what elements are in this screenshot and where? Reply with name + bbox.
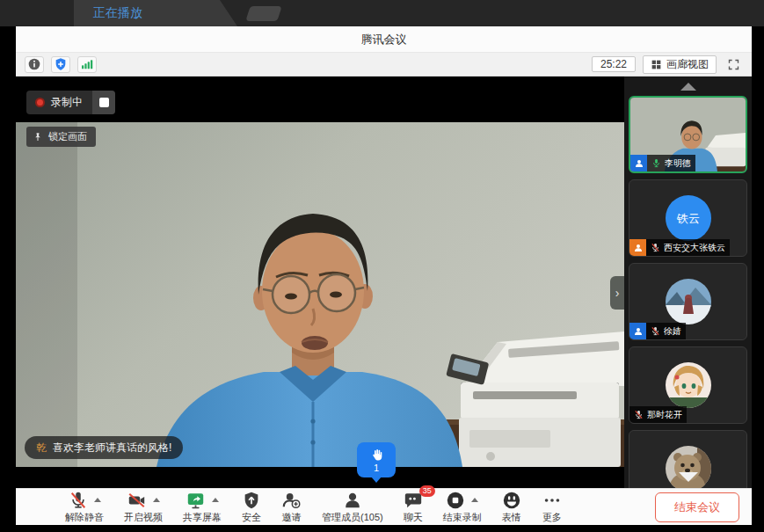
camera-off-icon bbox=[127, 491, 147, 510]
participants-sidebar: 李明德 铁云 bbox=[624, 77, 752, 488]
meeting-timer: 25:22 bbox=[592, 56, 636, 72]
role-badge-cohost bbox=[629, 239, 646, 256]
security-status-button[interactable] bbox=[51, 56, 70, 73]
chat-message-overlay: 乾 喜欢李老师讲真话的风格! bbox=[25, 436, 183, 459]
more-button[interactable]: 更多 bbox=[542, 490, 563, 524]
stop-recording-button[interactable] bbox=[91, 91, 115, 114]
camera-options-arrow[interactable] bbox=[153, 498, 160, 502]
person-icon bbox=[633, 326, 644, 337]
recording-options-arrow[interactable] bbox=[471, 498, 478, 502]
meeting-top-toolbar: 25:22 画廊视图 bbox=[16, 53, 752, 77]
recording-indicator: 录制中 bbox=[26, 91, 115, 114]
meeting-content: 录制中 锁定画面 乾 喜欢李老师讲真话的风格! bbox=[16, 77, 752, 488]
participant-footer: 西安交大张铁云 bbox=[629, 239, 730, 256]
scroll-up-button[interactable] bbox=[629, 77, 747, 96]
os-taskbar: 正在播放 bbox=[0, 0, 764, 26]
recording-label: 录制中 bbox=[51, 95, 83, 110]
participant-name: 那时花开 bbox=[647, 409, 682, 421]
unmute-button[interactable]: 解除静音 bbox=[65, 490, 104, 524]
gallery-view-label: 画廊视图 bbox=[666, 57, 709, 72]
participant-name-strip: 李明德 bbox=[647, 155, 695, 171]
end-recording-label: 结束录制 bbox=[443, 511, 482, 524]
start-video-button[interactable]: 开启视频 bbox=[124, 490, 163, 524]
chat-sender: 乾 bbox=[36, 441, 47, 455]
chat-label: 聊天 bbox=[404, 511, 423, 524]
mic-muted-icon bbox=[651, 326, 660, 336]
invite-label: 邀请 bbox=[282, 511, 302, 524]
participant-name-strip: 西安交大张铁云 bbox=[646, 239, 730, 256]
avatar-initials-text: 铁云 bbox=[676, 212, 700, 225]
members-icon bbox=[343, 491, 362, 510]
emoji-button[interactable]: 表情 bbox=[502, 490, 521, 524]
info-icon bbox=[27, 57, 41, 71]
more-label: 更多 bbox=[542, 511, 562, 524]
mic-on-icon bbox=[651, 158, 661, 168]
playing-tab[interactable]: 正在播放 bbox=[74, 0, 237, 26]
pin-view-button[interactable]: 锁定画面 bbox=[26, 127, 96, 147]
emoji-smiley-icon bbox=[502, 491, 521, 510]
pin-view-label: 锁定画面 bbox=[48, 130, 87, 143]
grid-layout-icon bbox=[651, 59, 662, 70]
avatar-anime bbox=[666, 362, 711, 408]
participant-tile[interactable]: 李明德 bbox=[629, 96, 747, 173]
stop-icon bbox=[99, 98, 109, 107]
share-options-arrow[interactable] bbox=[212, 498, 219, 502]
participant-tile[interactable]: 铁云 bbox=[629, 179, 747, 257]
participant-name-strip: 徐婧 bbox=[646, 323, 686, 339]
stop-recording-icon bbox=[446, 491, 465, 510]
participant-tile[interactable]: 那时花开 bbox=[629, 346, 747, 424]
mic-muted-icon bbox=[634, 410, 644, 419]
avatar-photo bbox=[666, 279, 711, 324]
chat-button[interactable]: 35 聊天 bbox=[404, 490, 423, 524]
participant-name: 西安交大张铁云 bbox=[664, 242, 725, 254]
mic-muted-icon bbox=[651, 243, 660, 252]
emoji-label: 表情 bbox=[502, 511, 521, 524]
meeting-info-button[interactable] bbox=[25, 56, 44, 73]
raised-hand-indicator[interactable]: 1 bbox=[357, 442, 396, 477]
invite-button[interactable]: 邀请 bbox=[281, 490, 302, 524]
meeting-controls-bar: 解除静音 开启视频 bbox=[16, 488, 752, 525]
manage-members-label: 管理成员(105) bbox=[322, 511, 383, 524]
more-dots-icon bbox=[542, 491, 563, 510]
share-screen-label: 共享屏幕 bbox=[183, 511, 222, 524]
playing-tab-label: 正在播放 bbox=[93, 5, 142, 21]
participant-name-strip: 那时花开 bbox=[629, 406, 687, 423]
scroll-down-button[interactable] bbox=[679, 472, 698, 482]
speaker-video bbox=[16, 122, 624, 467]
avatar-initials: 铁云 bbox=[666, 195, 711, 241]
gallery-view-button[interactable]: 画廊视图 bbox=[643, 55, 717, 74]
sidebar-collapse-handle[interactable]: › bbox=[610, 276, 624, 310]
meeting-window: 腾讯会议 25:22 bbox=[16, 26, 752, 525]
taskbar-item[interactable] bbox=[245, 6, 282, 21]
end-recording-button[interactable]: 结束录制 bbox=[443, 490, 482, 524]
chat-unread-badge: 35 bbox=[419, 485, 435, 497]
participant-tile[interactable]: 徐婧 bbox=[629, 263, 747, 340]
pushpin-icon bbox=[33, 132, 43, 142]
manage-members-button[interactable]: 管理成员(105) bbox=[322, 490, 383, 524]
security-label: 安全 bbox=[242, 511, 261, 524]
window-title-bar: 腾讯会议 bbox=[16, 26, 752, 53]
share-screen-icon bbox=[186, 491, 206, 510]
participant-footer: 李明德 bbox=[630, 155, 695, 171]
security-button[interactable]: 安全 bbox=[242, 490, 261, 524]
role-badge-host bbox=[629, 323, 646, 339]
chat-message-text: 喜欢李老师讲真话的风格! bbox=[53, 441, 171, 455]
triangle-up-icon bbox=[680, 83, 696, 91]
end-meeting-button[interactable]: 结束会议 bbox=[655, 492, 739, 522]
window-title: 腾讯会议 bbox=[361, 32, 407, 47]
start-video-label: 开启视频 bbox=[124, 511, 163, 524]
chevron-right-icon: › bbox=[615, 286, 620, 300]
share-screen-button[interactable]: 共享屏幕 bbox=[183, 490, 222, 524]
security-shield-icon bbox=[242, 491, 261, 510]
network-signal-icon bbox=[80, 57, 94, 71]
mic-options-arrow[interactable] bbox=[94, 498, 101, 502]
shield-plus-icon bbox=[54, 57, 68, 71]
invite-person-icon bbox=[281, 491, 302, 510]
network-quality-button[interactable] bbox=[77, 56, 97, 73]
main-video-stage: 录制中 锁定画面 乾 喜欢李老师讲真话的风格! bbox=[16, 77, 624, 488]
mic-muted-icon bbox=[69, 491, 88, 510]
fullscreen-button[interactable] bbox=[724, 55, 743, 73]
triangle-down-icon bbox=[679, 472, 698, 482]
participant-name: 徐婧 bbox=[664, 325, 681, 338]
recording-status: 录制中 bbox=[26, 95, 91, 110]
